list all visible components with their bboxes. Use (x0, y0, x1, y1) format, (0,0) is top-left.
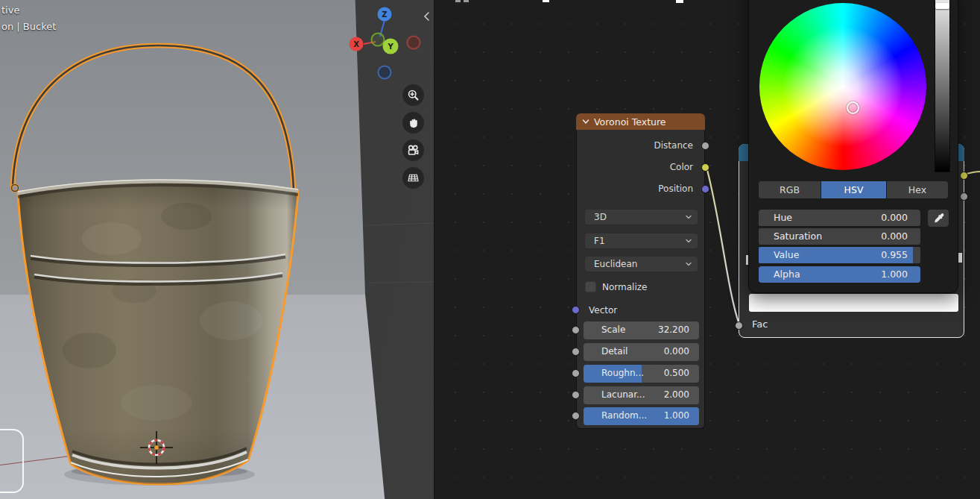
zoom-button[interactable] (402, 84, 424, 106)
color-wheel-cursor[interactable] (847, 101, 859, 114)
chevron-down-icon (684, 213, 693, 222)
ramp-color-output-socket[interactable] (960, 172, 968, 180)
hsv-color-wheel[interactable] (759, 3, 926, 170)
dropdown-value: F1 (594, 236, 605, 246)
3d-viewport[interactable]: tive on | Bucket Z X Y (0, 0, 434, 499)
movie-camera-icon (407, 144, 420, 157)
color-ramp-gradient-band[interactable] (749, 294, 958, 312)
collapse-chevron-icon[interactable] (581, 116, 591, 127)
lacunarity-slider[interactable]: Lacunar... 2.000 (584, 386, 699, 404)
gizmo-z-axis[interactable]: Z (378, 7, 392, 22)
color-output-socket[interactable] (701, 163, 709, 172)
pan-button[interactable] (402, 112, 424, 134)
dimensions-dropdown[interactable]: 3D (584, 209, 698, 225)
scale-input-socket[interactable] (572, 326, 580, 334)
slider-value: 1.000 (664, 410, 689, 421)
slider-value: 0.000 (664, 346, 689, 357)
roughness-slider[interactable]: Roughn... 0.500 (584, 365, 699, 383)
slider-value: 0.955 (881, 249, 908, 260)
tab-hsv[interactable]: HSV (821, 181, 886, 198)
vector-input-socket[interactable] (572, 306, 580, 314)
slider-label: Detail (601, 346, 627, 357)
gizmo-neg-y-axis (372, 34, 385, 46)
color-picker-popup[interactable]: RGB HSV Hex Hue 0.000 Saturation 0.000 V… (748, 0, 958, 293)
slider-label: Lacunar... (601, 389, 645, 400)
view-name-text: tive (1, 2, 56, 19)
wire-ramp-output (967, 172, 980, 174)
slider-value: 32.200 (658, 324, 689, 335)
slider-value: 2.000 (664, 389, 689, 400)
svg-text:Z: Z (382, 10, 387, 19)
hue-slider[interactable]: Hue 0.000 (759, 210, 920, 226)
slider-label: Saturation (774, 230, 822, 242)
tab-rgb[interactable]: RGB (759, 181, 821, 198)
output-label-position: Position (658, 183, 693, 195)
gizmo-neg-x-axis (408, 37, 420, 49)
eyedropper-button[interactable] (928, 210, 949, 227)
eyedropper-icon (933, 213, 944, 224)
chevron-down-icon (684, 260, 693, 269)
feature-dropdown[interactable]: F1 (584, 233, 698, 249)
slider-label: Scale (601, 324, 625, 335)
distance-metric-dropdown[interactable]: Euclidean (584, 256, 698, 272)
alpha-slider[interactable]: Alpha 1.000 (759, 266, 920, 283)
normalize-checkbox[interactable] (585, 281, 596, 292)
value-gradient-slider[interactable] (935, 0, 950, 172)
normalize-label: Normalize (602, 282, 647, 292)
detail-input-socket[interactable] (572, 348, 580, 356)
slider-value: 0.000 (881, 212, 908, 223)
randomness-slider[interactable]: Random... 1.000 (584, 407, 699, 425)
shader-editor[interactable]: Fac Voronoi Texture Distance Color Posit… (434, 0, 980, 499)
svg-text:X: X (353, 40, 359, 48)
detail-slider[interactable]: Detail 0.000 (584, 343, 699, 361)
slider-label: Hue (774, 212, 792, 223)
gizmo-neg-z-axis (379, 66, 391, 79)
slider-value: 0.000 (881, 230, 908, 242)
lacunarity-input-socket[interactable] (572, 391, 580, 399)
grid-icon (407, 172, 420, 184)
voronoi-node-header[interactable]: Voronoi Texture (576, 113, 705, 130)
dropdown-value: 3D (594, 212, 607, 222)
value-slider-handle[interactable] (935, 3, 949, 9)
dropdown-value: Euclidean (594, 259, 637, 269)
orthographic-toggle-button[interactable] (402, 167, 424, 189)
gizmo-y-axis[interactable]: Y (383, 39, 399, 54)
value-slider[interactable]: Value 0.955 (759, 247, 920, 263)
gizmo-x-axis[interactable]: X (350, 37, 364, 51)
slider-label: Random... (601, 410, 647, 421)
voronoi-texture-node[interactable]: Voronoi Texture Distance Color Position … (576, 113, 705, 429)
roughness-input-socket[interactable] (572, 369, 580, 377)
randomness-input-socket[interactable] (572, 412, 580, 420)
camera-view-button[interactable] (402, 139, 424, 161)
color-swatch-sliver (958, 253, 962, 263)
saturation-slider[interactable]: Saturation 0.000 (759, 228, 920, 245)
svg-text:Y: Y (387, 43, 393, 51)
slider-value: 1.000 (881, 269, 908, 280)
vector-input-label: Vector (589, 305, 617, 316)
sidebar-toggle-chevron-icon[interactable] (422, 10, 431, 22)
output-label-distance: Distance (654, 140, 693, 152)
distance-output-socket[interactable] (701, 142, 709, 150)
hand-icon (408, 117, 420, 129)
scale-slider[interactable]: Scale 32.200 (584, 321, 699, 339)
wire-color-to-fac (706, 167, 739, 324)
magnifier-plus-icon (407, 89, 420, 101)
fac-input-socket[interactable] (735, 321, 743, 330)
tab-hex[interactable]: Hex (887, 181, 948, 198)
chevron-down-icon (684, 236, 693, 245)
slider-label: Value (774, 249, 799, 260)
viewport-overlay-text: tive on | Bucket (1, 2, 56, 35)
slider-value: 0.500 (664, 368, 689, 378)
node-title: Voronoi Texture (594, 116, 666, 128)
slider-label: Alpha (774, 269, 800, 280)
navigation-gizmo[interactable]: Z X Y (343, 0, 432, 90)
active-object-text: on | Bucket (1, 19, 56, 35)
slider-label: Roughn... (601, 368, 644, 378)
output-label-color: Color (670, 162, 693, 174)
position-output-socket[interactable] (701, 185, 709, 193)
fac-input-label: Fac (752, 318, 768, 330)
ramp-alpha-output-socket[interactable] (960, 192, 968, 201)
